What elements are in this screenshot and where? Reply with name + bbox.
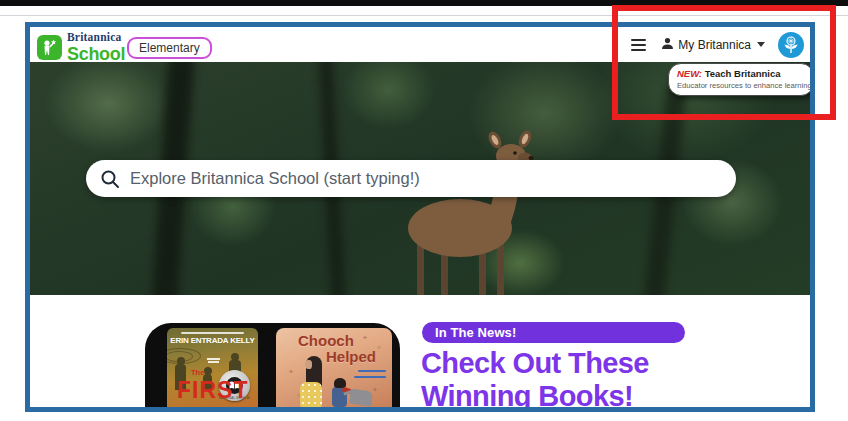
tooltip-title-text: Teach Britannica	[705, 68, 781, 79]
chevron-down-icon	[757, 42, 765, 47]
in-the-news-label: In The News!	[422, 325, 516, 340]
edition-badge-elementary[interactable]: Elementary	[127, 37, 212, 59]
book1-author: ERIN ENTRADA KELLY	[167, 336, 258, 345]
news-heading-link[interactable]: Check Out These Winning Books!	[421, 347, 801, 412]
site-header: Britannica School Elementary My Britanni…	[30, 27, 810, 62]
my-britannica-label: My Britannica	[678, 38, 751, 52]
search-input[interactable]	[128, 159, 736, 198]
brand-line-school: School	[67, 45, 125, 63]
news-heading-line2: Winning Books!	[421, 380, 801, 412]
deer-image	[375, 130, 560, 295]
book1-title-the: The	[191, 368, 204, 377]
news-heading-line1: Check Out These	[421, 347, 801, 380]
thistle-icon	[781, 35, 801, 55]
book1-title-first: FIRST	[177, 377, 248, 404]
book2-title-line1: Chooch	[298, 332, 354, 349]
book2-title-line2: Helped	[326, 348, 376, 365]
user-icon	[661, 36, 674, 54]
header-right-controls: My Britannica	[629, 27, 804, 62]
book-cover-chooch-helped[interactable]: ✦ ✧ ✦ ✧ ✦ Chooch Helped	[276, 328, 392, 407]
book2-credit-line	[358, 370, 386, 372]
search-bar[interactable]	[86, 160, 736, 197]
teach-britannica-tooltip[interactable]: NEW: Teach Britannica Educator resources…	[668, 63, 814, 96]
screenshot-canvas: Britannica School Elementary My Britanni…	[0, 0, 848, 421]
britannica-school-logo[interactable]: Britannica School	[37, 32, 125, 63]
in-the-news-badge: In The News!	[422, 322, 685, 343]
brand-line-britannica: Britannica	[67, 32, 125, 44]
britannica-school-logo-icon	[37, 35, 62, 60]
search-icon	[100, 169, 120, 189]
hero-forest-image	[30, 62, 810, 295]
tooltip-subtitle: Educator resources to enhance learning	[677, 81, 805, 90]
book-covers-card[interactable]: ERIN ENTRADA KELLY NATIONAL BOOK AWARD F…	[145, 323, 400, 407]
brand-wordmark: Britannica School	[67, 32, 125, 63]
tooltip-new-label: NEW:	[677, 68, 702, 79]
window-top-bar	[0, 0, 848, 6]
edition-badge-label: Elementary	[139, 41, 200, 55]
watering-can	[349, 389, 373, 407]
britannica-thistle-logo[interactable]	[778, 32, 804, 58]
browser-chrome-divider	[0, 15, 848, 16]
book-cover-first-state-of-being[interactable]: ERIN ENTRADA KELLY NATIONAL BOOK AWARD F…	[167, 328, 258, 407]
tooltip-title: NEW: Teach Britannica	[677, 68, 805, 79]
my-britannica-button[interactable]: My Britannica	[661, 36, 765, 54]
book1-top-note	[181, 332, 244, 334]
book2-credit-line	[354, 376, 386, 378]
hamburger-menu-icon[interactable]	[629, 37, 648, 53]
page-frame: Britannica School Elementary My Britanni…	[25, 22, 815, 412]
